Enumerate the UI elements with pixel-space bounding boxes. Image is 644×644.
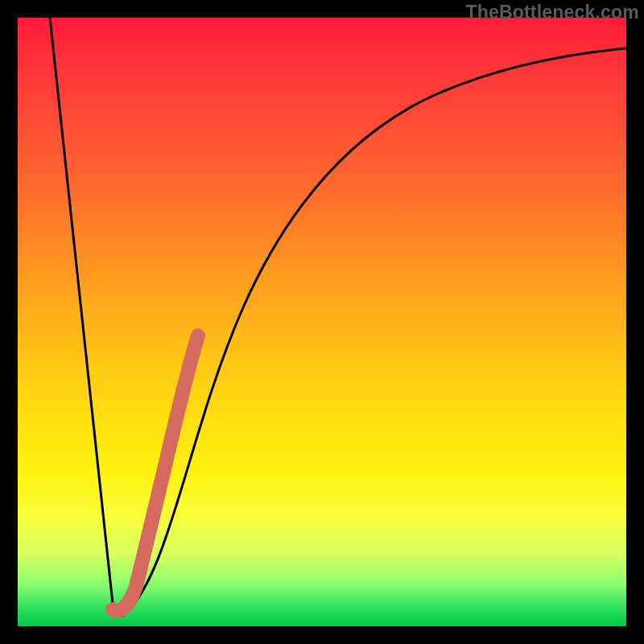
bottleneck-curve	[50, 18, 626, 616]
plot-area	[18, 18, 626, 626]
chart-svg	[18, 18, 626, 626]
watermark-text: TheBottleneck.com	[465, 2, 639, 23]
highlight-hook	[113, 586, 136, 611]
chart-frame: TheBottleneck.com	[0, 0, 644, 644]
